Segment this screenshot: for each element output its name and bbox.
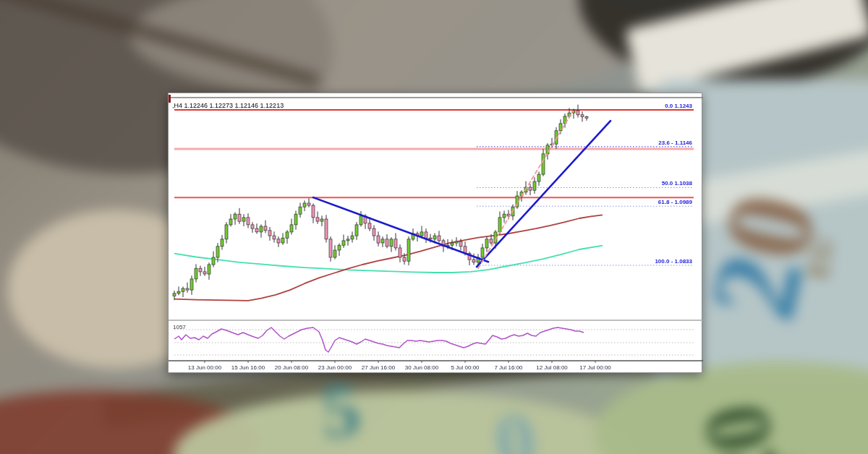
candle: [529, 184, 532, 195]
dashed-channel-line[interactable]: [478, 111, 573, 269]
candle: [203, 267, 206, 276]
candle: [199, 266, 202, 276]
trading-chart-window[interactable]: ,H4 1.12246 1.12273 1.12146 1.12213 0.0 …: [168, 93, 702, 373]
candle: [498, 212, 501, 235]
candle: [581, 111, 584, 121]
candle: [386, 234, 388, 248]
candle: [329, 236, 332, 262]
x-axis-label: 15 Jun 16:00: [231, 364, 265, 371]
candle: [177, 286, 180, 295]
candle: [221, 235, 224, 250]
ma-red-line: [174, 215, 603, 301]
candle: [390, 237, 393, 252]
candle: [359, 211, 362, 227]
candle: [225, 222, 228, 243]
candle: [455, 237, 458, 247]
candle: [537, 172, 540, 186]
candle: [182, 286, 184, 297]
x-axis-label: 17 Jul 00:00: [579, 364, 611, 371]
candle: [299, 203, 302, 218]
fib-level-label-61.8: 61.8 - 1.0989: [658, 199, 693, 205]
candle: [503, 211, 506, 223]
candle: [186, 283, 189, 293]
banknote-euro-text: EU: [801, 234, 838, 281]
x-axis-label: 23 Jun 00:00: [318, 364, 352, 371]
candle: [346, 236, 349, 246]
x-axis-label: 27 Jun 16:00: [362, 364, 396, 371]
candle: [277, 236, 280, 247]
scroll-marker: [169, 95, 171, 103]
candle: [303, 200, 306, 211]
candle: [320, 215, 323, 226]
candle: [533, 177, 536, 194]
x-axis-label: 30 Jun 08:00: [405, 364, 439, 371]
x-axis-label: 20 Jun 08:00: [275, 364, 309, 371]
candle: [294, 211, 297, 230]
candle: [229, 214, 232, 226]
candle: [260, 224, 263, 237]
chart-canvas[interactable]: 0.0 1.124323.6 - 1.114650.0 1.103861.8 -…: [169, 93, 703, 374]
candle: [373, 225, 375, 241]
fib-level-label-0.0: 0.0 1.1243: [665, 103, 692, 109]
candle: [212, 252, 215, 267]
fib-level-label-23.6: 23.6 - 1.1146: [658, 140, 692, 146]
x-axis-label: 7 Jul 16:00: [494, 364, 523, 371]
candle: [485, 236, 488, 252]
candle: [234, 213, 237, 225]
candle: [333, 245, 336, 259]
candle: [290, 219, 293, 235]
banknote-numeral-5: 5: [318, 371, 364, 450]
candle: [438, 231, 441, 242]
candle: [190, 275, 193, 295]
x-axis-label: 13 Jun 00:00: [188, 364, 222, 371]
candle: [377, 231, 380, 247]
candle: [238, 208, 241, 224]
candle: [247, 213, 250, 228]
candle: [355, 222, 358, 240]
candle: [251, 222, 254, 233]
candle: [585, 116, 588, 121]
fib-level-label-100.0: 100.0 - 1.0833: [655, 258, 692, 265]
fib-level-label-50.0: 50.0 1.1038: [662, 180, 693, 187]
candle: [381, 236, 384, 247]
candle: [394, 233, 397, 250]
candle: [281, 233, 284, 244]
candle: [338, 244, 341, 256]
candle: [325, 215, 328, 242]
candle: [255, 223, 258, 234]
indicator-value-label: 1057: [173, 324, 186, 330]
screenshot-root: 20 EU 5 0 20 Є ,H4 1.12246 1.12273 1.121…: [0, 0, 868, 454]
candle: [264, 220, 267, 234]
candle: [273, 231, 276, 242]
candle: [242, 214, 245, 226]
candle: [351, 231, 354, 242]
ascending-trendline[interactable]: [477, 121, 610, 267]
candle: [286, 230, 289, 244]
candle: [208, 262, 210, 280]
candle: [407, 236, 410, 265]
candle: [316, 212, 319, 224]
candle: [268, 227, 271, 241]
candle: [399, 244, 401, 262]
x-axis-label: 12 Jul 08:00: [536, 364, 568, 371]
candle: [576, 105, 579, 118]
candle: [312, 204, 315, 223]
candle: [425, 228, 427, 243]
indicator-line: [174, 327, 584, 352]
candle: [342, 235, 345, 248]
candle: [195, 264, 197, 282]
x-axis-label: 5 Jul 00:00: [451, 364, 480, 371]
candle: [307, 198, 310, 207]
